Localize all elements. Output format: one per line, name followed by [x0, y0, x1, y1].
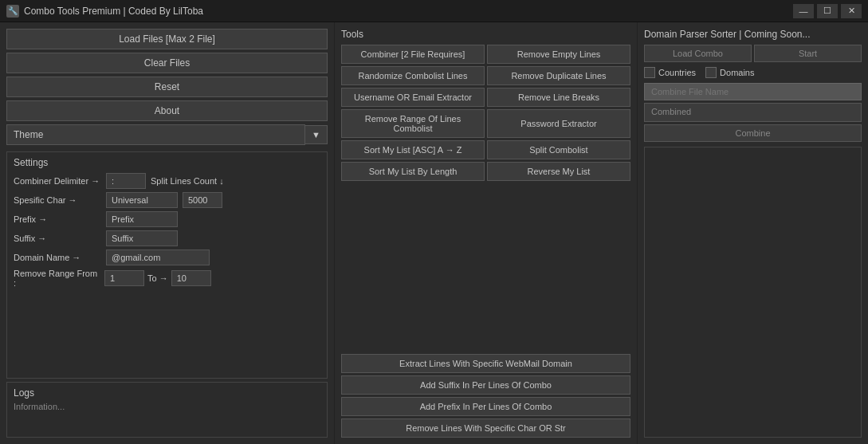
domain-name-label: Domain Name → — [14, 253, 101, 262]
load-combo-button[interactable]: Load Combo — [644, 45, 752, 62]
suffix-label: Suffix → — [14, 234, 101, 243]
right-output-area — [644, 147, 862, 438]
combined-display: Combined — [644, 103, 862, 122]
maximize-button[interactable]: ☐ — [817, 4, 838, 18]
right-title: Domain Parser Sorter | Coming Soon... — [644, 29, 862, 40]
logs-section: Logs Information... — [6, 382, 328, 438]
tool-button-4[interactable]: Username OR Email Extractor — [341, 88, 485, 107]
tools-bottom: Extract Lines With Specific WebMail Doma… — [341, 354, 630, 438]
start-button[interactable]: Start — [754, 45, 862, 62]
domains-checkbox[interactable] — [705, 67, 717, 78]
theme-row: Theme ▼ — [6, 124, 328, 145]
about-button[interactable]: About — [6, 100, 328, 121]
combine-button[interactable]: Combine — [644, 124, 862, 142]
right-action-row: Load Combo Start — [644, 45, 862, 62]
tool-button-6[interactable]: Remove Range Of Lines Combolist — [341, 109, 485, 138]
tool-bottom-button-3[interactable]: Remove Lines With Specific Char OR Str — [341, 418, 630, 438]
logs-content: Information... — [14, 402, 320, 411]
domains-label: Domains — [720, 68, 754, 77]
combiner-delimiter-label: Combiner Delimiter → — [14, 176, 101, 186]
countries-label: Countries — [658, 68, 696, 77]
split-lines-input[interactable] — [183, 192, 222, 208]
middle-panel: Tools Combiner [2 File Requires]Remove E… — [335, 22, 638, 444]
checkboxes-row: Countries Domains — [644, 67, 862, 78]
domains-checkbox-item: Domains — [705, 67, 754, 78]
main-content: Load Files [Max 2 File] Clear Files Rese… — [0, 22, 868, 444]
split-lines-label: Split Lines Count ↓ — [151, 176, 224, 186]
countries-checkbox-item: Countries — [644, 67, 696, 78]
title-bar-controls: — ☐ ✕ — [793, 4, 862, 18]
to-label: To → — [147, 273, 168, 283]
logs-title: Logs — [14, 387, 320, 399]
app-icon: 🔧 — [6, 5, 19, 18]
settings-section: Settings Combiner Delimiter → Split Line… — [6, 151, 328, 379]
tool-bottom-button-0[interactable]: Extract Lines With Specific WebMail Doma… — [341, 354, 630, 373]
specific-char-row: Spesific Char → — [14, 192, 320, 208]
clear-files-button[interactable]: Clear Files — [6, 53, 328, 73]
tools-grid: Combiner [2 File Requires]Remove Empty L… — [341, 45, 630, 181]
countries-checkbox[interactable] — [644, 67, 655, 78]
specific-char-input[interactable] — [106, 192, 178, 208]
settings-title: Settings — [14, 157, 320, 168]
prefix-input[interactable] — [106, 211, 178, 227]
tool-button-7[interactable]: Password Extractor — [487, 109, 630, 138]
remove-range-to-input[interactable] — [171, 270, 211, 286]
remove-range-row: Remove Range From : To → — [14, 269, 320, 288]
suffix-row: Suffix → — [14, 230, 320, 246]
tool-button-8[interactable]: Sort My List [ASC] A → Z — [341, 140, 485, 159]
combiner-delimiter-row: Combiner Delimiter → Split Lines Count ↓ — [14, 173, 320, 189]
reset-button[interactable]: Reset — [6, 77, 328, 97]
title-bar: 🔧 Combo Tools Premium | Coded By LilToba… — [0, 0, 868, 22]
prefix-row: Prefix → — [14, 211, 320, 227]
specific-char-label: Spesific Char → — [14, 195, 101, 205]
combiner-delimiter-input[interactable] — [106, 173, 146, 189]
theme-dropdown-button[interactable]: ▼ — [305, 125, 328, 144]
tool-button-2[interactable]: Randomize Combolist Lines — [341, 66, 485, 85]
suffix-input[interactable] — [106, 230, 178, 246]
remove-range-label: Remove Range From : — [14, 269, 101, 288]
domain-name-input[interactable] — [106, 250, 210, 265]
title-bar-left: 🔧 Combo Tools Premium | Coded By LilToba — [6, 5, 203, 18]
tool-button-1[interactable]: Remove Empty Lines — [487, 45, 630, 64]
left-panel: Load Files [Max 2 File] Clear Files Rese… — [0, 22, 335, 444]
load-files-button[interactable]: Load Files [Max 2 File] — [6, 29, 328, 49]
title-bar-title: Combo Tools Premium | Coded By LilToba — [24, 6, 203, 17]
combine-file-name-input[interactable] — [644, 83, 862, 100]
domain-name-row: Domain Name → — [14, 250, 320, 265]
tool-button-9[interactable]: Split Combolist — [487, 140, 630, 159]
tool-bottom-button-1[interactable]: Add Suffix In Per Lines Of Combo — [341, 375, 630, 395]
minimize-button[interactable]: — — [793, 4, 814, 18]
tool-button-5[interactable]: Remove Line Breaks — [487, 88, 630, 107]
tools-title: Tools — [341, 29, 630, 40]
tool-button-10[interactable]: Sort My List By Length — [341, 162, 485, 181]
right-panel: Domain Parser Sorter | Coming Soon... Lo… — [638, 22, 868, 444]
close-button[interactable]: ✕ — [841, 4, 862, 18]
tool-button-0[interactable]: Combiner [2 File Requires] — [341, 45, 485, 64]
tool-button-11[interactable]: Reverse My List — [487, 162, 630, 181]
tool-bottom-button-2[interactable]: Add Prefix In Per Lines Of Combo — [341, 397, 630, 416]
remove-range-from-input[interactable] — [104, 270, 144, 286]
theme-select[interactable]: Theme — [6, 124, 305, 145]
tool-button-3[interactable]: Remove Duplicate Lines — [487, 66, 630, 85]
prefix-label: Prefix → — [14, 214, 101, 224]
